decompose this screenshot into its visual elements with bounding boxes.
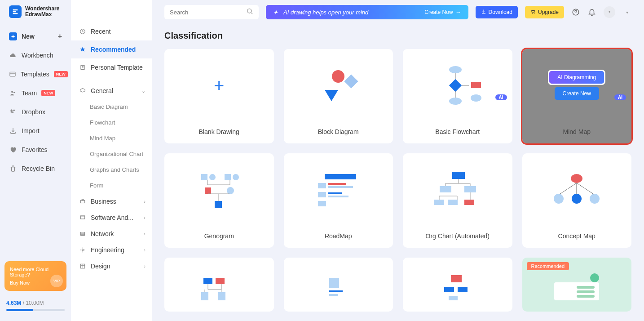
trash-icon	[9, 165, 17, 173]
svg-rect-57	[449, 296, 458, 300]
card-blank-drawing[interactable]: + Blank Drawing	[164, 49, 274, 143]
svg-point-20	[449, 98, 462, 105]
card-concept-map[interactable]: Concept Map	[522, 153, 632, 248]
svg-rect-35	[328, 196, 348, 197]
nav-new[interactable]: + New +	[0, 27, 71, 46]
diagram-preview	[426, 269, 489, 300]
cloud-storage-promo[interactable]: Need more Cloud Storage? Buy Now VIP	[4, 261, 66, 291]
svg-point-27	[227, 187, 234, 194]
ai-tag: AI	[495, 94, 507, 100]
nav-team[interactable]: Team NEW	[0, 84, 71, 103]
block-diagram-preview	[307, 63, 370, 108]
search-box[interactable]	[164, 5, 259, 19]
svg-point-44	[554, 194, 564, 204]
sub-orgchart[interactable]: Organizational Chart	[71, 146, 152, 162]
nav-dropbox-label: Dropbox	[22, 108, 45, 116]
nav-dropbox[interactable]: Dropbox	[0, 103, 71, 121]
cat-software[interactable]: Software And... ›	[71, 210, 152, 226]
template-grid: + Blank Drawing Block Diagram AI Basic F…	[164, 49, 631, 312]
nav-new-label: New	[22, 33, 35, 40]
card-label: Concept Map	[522, 226, 632, 248]
card-partial-3[interactable]	[403, 258, 512, 312]
svg-rect-15	[344, 74, 358, 88]
svg-rect-30	[318, 183, 326, 188]
svg-rect-26	[205, 187, 211, 194]
flowchart-preview	[426, 63, 489, 108]
sub-graphs[interactable]: Graphs and Charts	[71, 162, 152, 178]
sec-recent[interactable]: Recent	[71, 22, 152, 40]
app-logo[interactable]: Wondershare EdrawMax	[0, 5, 71, 27]
svg-rect-52	[329, 290, 343, 292]
bell-icon[interactable]	[587, 8, 596, 17]
download-button[interactable]: Download	[476, 6, 518, 18]
card-org-chart[interactable]: Org Chart (Automated)	[403, 153, 512, 248]
svg-rect-28	[215, 201, 222, 208]
plus-small-icon[interactable]: +	[58, 32, 62, 40]
svg-rect-8	[80, 232, 84, 234]
sidebar-primary: Wondershare EdrawMax + New + Workbench T…	[0, 0, 71, 321]
nav-templates[interactable]: Templates NEW	[0, 65, 71, 84]
ai-diagramming-button[interactable]: AI Diagramming	[549, 71, 604, 84]
software-icon	[79, 214, 86, 221]
ai-banner-text: AI drawing helps open your mind	[283, 9, 368, 16]
cat-design[interactable]: Design ›	[71, 258, 152, 274]
sub-form[interactable]: Form	[71, 178, 152, 193]
star-icon	[79, 46, 86, 53]
svg-rect-50	[218, 292, 225, 300]
svg-rect-34	[328, 192, 342, 194]
card-roadmap[interactable]: RoadMap	[284, 153, 393, 248]
logo-icon	[9, 5, 22, 18]
ai-create-now[interactable]: Create Now →	[424, 9, 461, 15]
svg-rect-31	[328, 183, 346, 185]
ai-banner[interactable]: ✦ AI drawing helps open your mind Create…	[266, 5, 468, 19]
svg-rect-54	[451, 275, 462, 282]
cat-general-label: General	[91, 87, 113, 94]
sub-mindmap[interactable]: Mind Map	[71, 130, 152, 146]
chevron-right-icon: ›	[144, 247, 146, 253]
card-partial-recommended[interactable]: Recommended	[522, 258, 632, 312]
card-genogram[interactable]: Genogram	[164, 153, 274, 248]
help-icon[interactable]	[571, 8, 580, 17]
chevron-down-icon[interactable]: ▾	[622, 8, 631, 17]
card-basic-flowchart[interactable]: AI Basic Flowchart	[403, 49, 512, 143]
storage-total: 10.00M	[26, 300, 44, 306]
sub-basic-diagram[interactable]: Basic Diagram	[71, 99, 152, 115]
sidebar-secondary: Recent Recommended Personal Template Gen…	[71, 0, 152, 321]
download-label: Download	[489, 9, 512, 15]
card-partial-1[interactable]	[164, 258, 274, 312]
search-input[interactable]	[170, 9, 246, 16]
nav-recycle[interactable]: Recycle Bin	[0, 159, 71, 178]
create-new-button[interactable]: Create New	[555, 87, 599, 100]
user-avatar[interactable]: •	[604, 6, 615, 18]
nav-workbench[interactable]: Workbench	[0, 46, 71, 65]
chevron-right-icon: ›	[144, 231, 146, 236]
nav-import[interactable]: Import	[0, 121, 71, 140]
sec-recommended-label: Recommended	[91, 46, 136, 53]
nav-recycle-label: Recycle Bin	[22, 165, 55, 172]
nav-team-label: Team	[22, 89, 37, 97]
cat-business[interactable]: Business ›	[71, 193, 152, 210]
dropbox-icon	[9, 108, 17, 116]
svg-rect-5	[80, 201, 84, 203]
sec-personal[interactable]: Personal Template	[71, 58, 152, 76]
templates-new-badge: NEW	[54, 71, 68, 77]
card-block-diagram[interactable]: Block Diagram	[284, 49, 393, 143]
card-label: Block Diagram	[284, 122, 393, 143]
chevron-right-icon: ›	[144, 215, 146, 220]
sec-recent-label: Recent	[91, 28, 110, 35]
cat-engineering[interactable]: Engineering ›	[71, 242, 152, 258]
nav-favorites[interactable]: Favorites	[0, 140, 71, 159]
cat-general[interactable]: General ⌄	[71, 83, 152, 99]
svg-rect-22	[201, 174, 207, 180]
storage-info: 4.63M / 10.00M	[0, 295, 71, 316]
concept-preview	[545, 167, 608, 212]
roadmap-preview	[307, 167, 370, 212]
search-icon[interactable]	[246, 8, 253, 17]
card-mind-map[interactable]: AI Diagramming Create New AI Mind Map	[522, 49, 632, 143]
cat-network[interactable]: Network ›	[71, 226, 152, 242]
sub-flowchart[interactable]: Flowchart	[71, 115, 152, 130]
sec-recommended[interactable]: Recommended	[71, 40, 152, 58]
upgrade-button[interactable]: Upgrade	[525, 6, 564, 18]
card-partial-2[interactable]	[284, 258, 393, 312]
diagram-preview	[307, 269, 370, 300]
